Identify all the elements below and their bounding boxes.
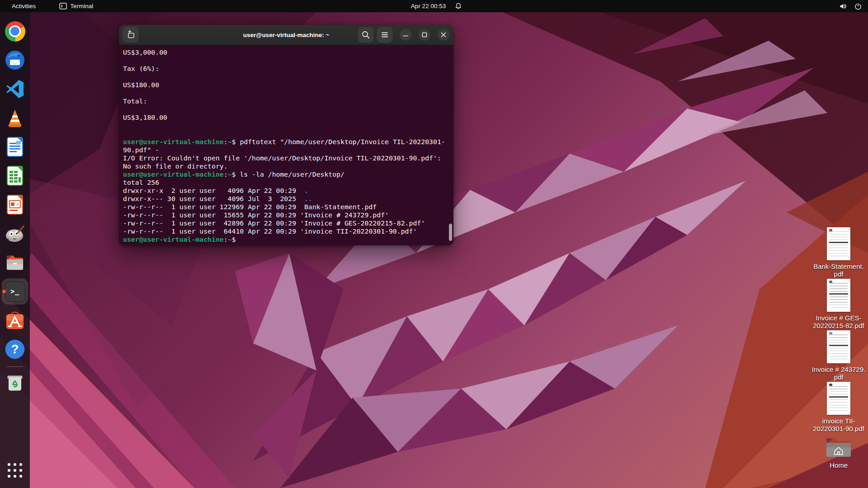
- menu-button[interactable]: [377, 27, 392, 42]
- dock-libreoffice-impress-icon[interactable]: [0, 190, 30, 219]
- terminal-line: drwxr-x--- 30 user user 4096 Jul 3 2025 …: [123, 195, 453, 203]
- vlc-icon: [5, 108, 25, 128]
- desktop-icon-label: Home: [830, 461, 848, 469]
- terminal-output[interactable]: US$3,000.00 Tax (6%): US$180.00 Total: U…: [119, 45, 453, 245]
- window-title: user@user-virtual-machine: ~: [243, 32, 330, 38]
- dock-libreoffice-writer-icon[interactable]: [0, 132, 30, 161]
- clock-label: Apr 22 00:53: [411, 3, 446, 9]
- desktop-icon-label: Invoice # 243729.pdf: [812, 366, 865, 381]
- terminal-line: [123, 73, 453, 81]
- terminal-line: [123, 56, 453, 65]
- terminal-app-icon: >_: [5, 282, 25, 302]
- terminal-line: No such file or directory.: [123, 162, 453, 170]
- gimp-icon: [5, 224, 25, 244]
- dock-ubuntu-software-icon[interactable]: [0, 306, 30, 335]
- terminal-line: total 256: [123, 178, 453, 187]
- terminal-line: user@user-virtual-machine:~$ pdftotext "…: [123, 138, 453, 146]
- terminal-line: [123, 122, 453, 130]
- terminal-line: -rw-r--r-- 1 user user 64410 Apr 22 00:2…: [123, 227, 453, 235]
- search-button[interactable]: [358, 27, 373, 42]
- app-menu-label: Terminal: [70, 3, 93, 9]
- pdf-thumbnail: [827, 279, 850, 312]
- terminal-line: US$3,180.00: [123, 113, 453, 122]
- impress-icon: [5, 194, 25, 215]
- desktop-icon-home[interactable]: Home: [805, 433, 868, 485]
- dock-files-icon[interactable]: [0, 248, 30, 277]
- terminal-window: user@user-virtual-machine: ~: [119, 25, 453, 245]
- help-icon: ?: [5, 339, 25, 360]
- dock: >_ ?: [0, 12, 30, 488]
- app-menu-button[interactable]: Terminal: [54, 0, 99, 12]
- new-tab-button[interactable]: [123, 27, 138, 42]
- files-icon: [5, 253, 25, 272]
- calc-icon: [5, 165, 25, 186]
- svg-text:?: ?: [11, 343, 19, 356]
- search-icon: [361, 30, 371, 40]
- terminal-line: Total:: [123, 97, 453, 105]
- terminal-line: Tax (6%):: [123, 65, 453, 73]
- trash-icon: [5, 373, 24, 392]
- terminal-line: [123, 105, 453, 113]
- maximize-icon: [422, 32, 427, 38]
- home-folder-icon: [824, 433, 853, 459]
- terminal-line: US$180.00: [123, 81, 453, 89]
- dock-google-chrome-icon[interactable]: [0, 17, 30, 46]
- desktop-icon-invoice-ges-20220215-82-pdf[interactable]: Invoice # GES-20220215-82.pdf: [805, 279, 868, 330]
- activities-button[interactable]: Activities: [6, 0, 41, 12]
- terminal-line: [123, 89, 453, 97]
- minimize-button[interactable]: [400, 29, 411, 41]
- maximize-button[interactable]: [419, 29, 430, 41]
- dock-app-grid-icon[interactable]: [0, 460, 30, 481]
- minimize-icon: [403, 32, 408, 38]
- writer-icon: [5, 136, 25, 157]
- desktop-icon-bank-statement-pdf[interactable]: Bank-Statement.pdf: [805, 227, 868, 279]
- thunderbird-icon: [5, 50, 25, 70]
- dock-thunderbird-icon[interactable]: [0, 46, 30, 75]
- terminal-line: -rw-r--r-- 1 user user 15655 Apr 22 00:2…: [123, 211, 453, 219]
- desktop-icon-invoice-tii-20220301-90-pdf[interactable]: invoice TII-20220301-90.pdf: [805, 382, 868, 433]
- terminal-line: drwxr-xr-x 2 user user 4096 Apr 22 00:29…: [123, 187, 453, 195]
- terminal-titlebar[interactable]: user@user-virtual-machine: ~: [119, 25, 453, 45]
- desktop-icon-invoice-243729-pdf[interactable]: Invoice # 243729.pdf: [805, 330, 868, 382]
- dock-trash-icon[interactable]: [0, 371, 30, 395]
- running-indicator-dot: [2, 290, 6, 293]
- terminal-line: -rw-r--r-- 1 user user 42896 Apr 22 00:2…: [123, 219, 453, 227]
- close-icon: [441, 32, 446, 38]
- volume-icon[interactable]: [839, 3, 847, 10]
- dock-vlc-icon[interactable]: [0, 103, 30, 132]
- ubuntu-software-icon: [5, 310, 25, 330]
- pdf-thumbnail: [827, 382, 850, 415]
- power-icon[interactable]: [854, 3, 862, 10]
- desktop-icon-column: Bank-Statement.pdfInvoice # GES-20220215…: [805, 227, 868, 485]
- desktop: Activities Terminal Apr 22 00:53: [0, 0, 868, 488]
- activities-label: Activities: [12, 3, 36, 9]
- terminal-line: [123, 130, 453, 138]
- dock-terminal-icon[interactable]: >_: [0, 277, 30, 306]
- dock-libreoffice-calc-icon[interactable]: [0, 161, 30, 190]
- bell-icon: [455, 2, 462, 10]
- app-grid-icon: [8, 463, 22, 478]
- terminal-line: 90.pdf" -: [123, 146, 453, 154]
- terminal-line: user@user-virtual-machine:~$: [123, 235, 453, 244]
- menu-icon: [380, 30, 390, 40]
- terminal-line: US$3,000.00: [123, 48, 453, 56]
- dock-vscode-icon[interactable]: [0, 75, 30, 103]
- top-bar: Activities Terminal Apr 22 00:53: [0, 0, 868, 12]
- pdf-thumbnail: [827, 330, 850, 363]
- new-tab-icon: [125, 29, 136, 40]
- dock-divider: [7, 366, 23, 367]
- terminal-line: I/O Error: Couldn't open file '/home/use…: [123, 154, 453, 162]
- dock-help-icon[interactable]: ?: [0, 335, 30, 364]
- desktop-icon-label: Invoice # GES-20220215-82.pdf: [813, 314, 864, 329]
- clock-button[interactable]: Apr 22 00:53: [409, 0, 448, 12]
- close-button[interactable]: [438, 29, 449, 41]
- chrome-icon: [5, 21, 25, 42]
- terminal-icon: [59, 3, 67, 9]
- pdf-thumbnail: [827, 227, 850, 260]
- dock-gimp-icon[interactable]: [0, 219, 30, 248]
- desktop-icon-label: invoice TII-20220301-90.pdf: [813, 417, 864, 432]
- desktop-icon-label: Bank-Statement.pdf: [813, 263, 864, 278]
- vscode-icon: [5, 79, 25, 99]
- terminal-line: -rw-r--r-- 1 user user 122969 Apr 22 00:…: [123, 203, 453, 211]
- terminal-scrollbar[interactable]: [449, 224, 452, 241]
